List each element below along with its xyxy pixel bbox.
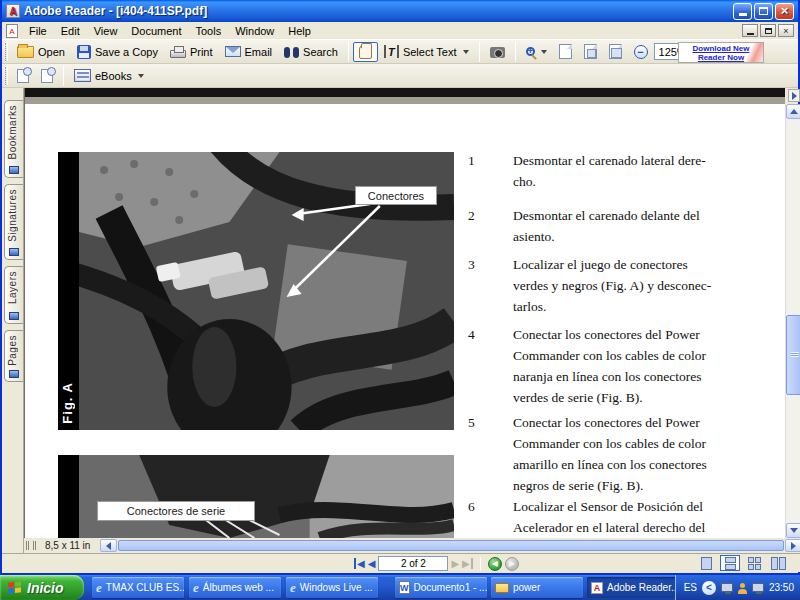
restore-button[interactable]: [754, 3, 773, 20]
hand-tool-button[interactable]: [353, 42, 378, 62]
next-page-button[interactable]: ▶: [451, 558, 459, 569]
tab-bookmarks[interactable]: Bookmarks: [4, 100, 23, 178]
chevron-down-icon: [138, 74, 144, 78]
envelope-icon: [225, 46, 241, 57]
continuous-facing-layout-button[interactable]: [744, 555, 764, 571]
last-page-button[interactable]: ▶: [462, 558, 473, 569]
figure-b: Conectores de serie: [58, 455, 454, 538]
minimize-button[interactable]: [733, 3, 752, 20]
hide-icons-chevron[interactable]: <: [702, 581, 716, 595]
menu-window[interactable]: Window: [228, 23, 281, 39]
taskbar-item-windows-live[interactable]: e Windows Live ...: [286, 577, 378, 598]
figure-b-strip: [58, 455, 79, 538]
doc-restore-button[interactable]: [760, 24, 776, 37]
next-view-circle-button[interactable]: ▶: [505, 557, 519, 571]
download-new-reader-link[interactable]: Download New Reader Now: [678, 42, 764, 63]
fit-width-button[interactable]: [603, 41, 628, 62]
toolbar-overflow-button[interactable]: [788, 89, 800, 102]
scroll-left-button[interactable]: [100, 539, 117, 552]
doc-minimize-button[interactable]: [742, 24, 758, 37]
print-button[interactable]: Print: [164, 43, 219, 61]
zoom-out-button[interactable]: −: [628, 42, 654, 62]
tab-pages[interactable]: Pages: [4, 330, 23, 382]
bookmarks-icon: [9, 166, 19, 174]
internet-explorer-icon: e: [290, 582, 296, 594]
pdf-page-view[interactable]: Fig. A: [24, 88, 785, 538]
page-number-input[interactable]: [378, 556, 448, 571]
menu-view[interactable]: View: [87, 23, 125, 39]
open-button[interactable]: Open: [11, 43, 71, 61]
adobe-reader-window: A Adobe Reader - [i404-411SP.pdf] × A Fi…: [0, 0, 800, 575]
first-page-button[interactable]: ◀: [354, 558, 365, 569]
menu-help[interactable]: Help: [281, 23, 318, 39]
hand-icon: [359, 45, 372, 59]
search-button[interactable]: Search: [278, 42, 344, 61]
page-navigation-bar: ◀ ◀ ▶ ▶ ◀ ▶: [2, 553, 800, 572]
tab-layers[interactable]: Layers: [4, 266, 23, 324]
close-button[interactable]: ×: [775, 3, 794, 20]
main-toolbar: Open Save a Copy Print Email Search TSel…: [2, 40, 798, 64]
figure-a-label: Fig. A: [60, 382, 75, 424]
ebooks-button[interactable]: eBooks: [68, 66, 150, 85]
menu-edit[interactable]: Edit: [54, 23, 87, 39]
doc-close-button[interactable]: ×: [778, 24, 794, 37]
taskbar-item-albumes-web[interactable]: e Álbumes web ...: [189, 577, 281, 598]
actual-size-button[interactable]: [553, 41, 578, 62]
menu-document[interactable]: Document: [124, 23, 188, 39]
continuous-layout-button[interactable]: [720, 555, 740, 571]
arrow-right-icon: [792, 92, 797, 100]
language-indicator[interactable]: ES: [684, 582, 697, 593]
magnifier-plus-icon: [526, 47, 535, 56]
fit-page-button[interactable]: [578, 41, 603, 62]
start-button[interactable]: Inicio: [0, 575, 84, 600]
internet-explorer-icon: e: [193, 582, 199, 594]
zoom-in-tool-button[interactable]: [520, 44, 553, 59]
taskbar-item-tmax-club[interactable]: e TMAX CLUB ES...: [92, 577, 184, 598]
scroll-down-button[interactable]: [786, 523, 800, 538]
menu-file[interactable]: File: [22, 23, 54, 39]
title-bar: A Adobe Reader - [i404-411SP.pdf] ×: [2, 0, 798, 22]
layers-icon: [9, 312, 19, 320]
facing-icon: [771, 557, 786, 570]
pane-splitter-handle[interactable]: [26, 541, 36, 550]
single-page-layout-button[interactable]: [696, 555, 716, 571]
figure-a: Fig. A: [58, 152, 454, 430]
vertical-scrollbar[interactable]: [785, 104, 800, 538]
seat-underside-photo: [79, 455, 454, 538]
email-button[interactable]: Email: [219, 43, 279, 61]
toolbar-separator: [515, 42, 516, 62]
secondary-toolbar: eBooks: [2, 64, 798, 88]
messenger-icon[interactable]: [738, 583, 747, 592]
previous-page-button[interactable]: ◀: [368, 558, 376, 569]
internet-explorer-icon: e: [96, 582, 102, 594]
connectors-callout: Conectores: [355, 186, 437, 205]
toolbar-grip[interactable]: [5, 67, 8, 85]
single-page-icon: [701, 557, 712, 570]
horizontal-scroll-thumb[interactable]: [118, 540, 784, 551]
previous-view-circle-button[interactable]: ◀: [488, 557, 502, 571]
windows-taskbar: Inicio e TMAX CLUB ES... e Álbumes web .…: [0, 575, 800, 600]
vertical-scroll-thumb[interactable]: [786, 315, 800, 395]
windows-logo-icon: [8, 581, 22, 594]
scroll-right-button[interactable]: [785, 539, 800, 552]
menu-tools[interactable]: Tools: [189, 23, 229, 39]
facing-layout-button[interactable]: [768, 555, 788, 571]
save-a-copy-button[interactable]: Save a Copy: [71, 42, 164, 62]
page-gap-shadow: [25, 97, 785, 104]
next-view-button[interactable]: [35, 66, 59, 86]
select-text-button[interactable]: TSelect Text: [378, 42, 475, 61]
previous-view-button[interactable]: [11, 66, 35, 86]
signatures-icon: [9, 248, 19, 256]
scroll-up-button[interactable]: [786, 104, 800, 119]
snapshot-button[interactable]: [484, 42, 511, 61]
toolbar-separator: [479, 42, 480, 62]
toolbar-grip[interactable]: [5, 43, 8, 61]
clock[interactable]: 23:50: [769, 582, 794, 593]
display-settings-icon[interactable]: [752, 583, 764, 592]
fit-page-icon: [584, 44, 597, 59]
network-activity-icon[interactable]: [721, 583, 733, 592]
tab-signatures[interactable]: Signatures: [4, 184, 23, 260]
taskbar-item-power-folder[interactable]: power: [491, 577, 583, 598]
chevron-down-icon: [463, 50, 469, 54]
taskbar-item-documento1[interactable]: W Documento1 - ...: [395, 577, 487, 598]
